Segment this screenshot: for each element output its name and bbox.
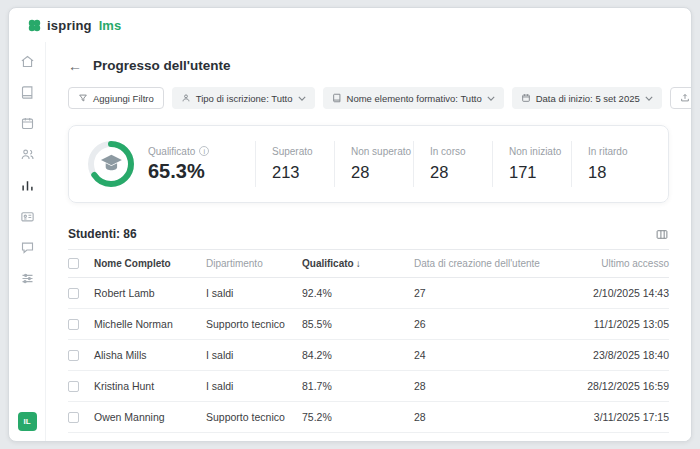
students-table: Nome Completo Dipartimento Qualificato↓ … <box>68 249 669 433</box>
chat-icon <box>20 240 35 255</box>
stat-item: Superato 213 <box>255 141 334 187</box>
select-all-cell <box>68 250 94 278</box>
topbar: ispringlms <box>9 8 691 42</box>
table-row[interactable]: Michelle Norman Supporto tecnico 85.5% 2… <box>68 309 669 340</box>
stat-label: Superato <box>272 146 334 157</box>
select-all-checkbox[interactable] <box>68 258 79 269</box>
row-checkbox[interactable] <box>68 412 79 423</box>
cell-qualified: 81.7% <box>302 371 414 402</box>
filter-icon <box>78 93 88 103</box>
sidebar: IL <box>9 42 46 441</box>
users-icon <box>20 147 35 162</box>
sidebar-item-courses[interactable] <box>17 83 37 101</box>
cell-last-access: 23/8/2025 18:40 <box>572 340 669 371</box>
sidebar-item-settings[interactable] <box>17 269 37 287</box>
column-header-department[interactable]: Dipartimento <box>206 250 302 278</box>
back-button[interactable]: ← <box>68 59 82 73</box>
cell-name: Kristina Hunt <box>94 371 206 402</box>
stat-label: In ritardo <box>588 146 650 157</box>
export-button[interactable]: Esporta <box>670 87 692 109</box>
filter-chip-label: Nome elemento formativo: Tutto <box>347 93 482 104</box>
cell-name: Robert Lamb <box>94 278 206 309</box>
cell-created: 28 <box>414 371 572 402</box>
sidebar-item-home[interactable] <box>17 52 37 70</box>
row-checkbox-cell <box>68 309 94 340</box>
bar-chart-icon <box>20 178 35 193</box>
cell-department: Supporto tecnico <box>206 309 302 340</box>
sidebar-item-calendar[interactable] <box>17 114 37 132</box>
cell-department: I saldi <box>206 371 302 402</box>
cell-last-access: 11/1/2025 13:05 <box>572 309 669 340</box>
stat-item: Non superato 28 <box>334 141 413 187</box>
qualified-value: 65.3% <box>148 160 209 183</box>
filter-chip-start-date[interactable]: Data di inizio: 5 set 2025 <box>512 87 662 109</box>
brand-name: ispring <box>47 18 92 33</box>
students-header: Studenti: 86 <box>68 227 669 241</box>
toolbar-right: Esporta ⋯ <box>670 87 692 109</box>
sidebar-item-certificates[interactable] <box>17 207 37 225</box>
add-filter-label: Aggiungi Filtro <box>93 93 154 104</box>
qualified-label: Qualificato <box>148 146 195 157</box>
chevron-down-icon <box>298 96 306 101</box>
filter-chip-course[interactable]: Nome elemento formativo: Tutto <box>323 87 504 109</box>
id-card-icon <box>20 209 35 224</box>
avatar[interactable]: IL <box>18 412 37 431</box>
table-row[interactable]: Kristina Hunt I saldi 81.7% 28 28/12/202… <box>68 371 669 402</box>
export-icon <box>680 93 690 103</box>
column-header-last-access[interactable]: Ultimo accesso <box>572 250 669 278</box>
ispring-logo-icon <box>27 18 42 33</box>
cell-department: I saldi <box>206 340 302 371</box>
summary-card: Qualificatoi 65.3% Superato 213 Non supe… <box>68 125 669 203</box>
row-checkbox-cell <box>68 402 94 433</box>
column-header-qualified[interactable]: Qualificato↓ <box>302 250 414 278</box>
add-filter-button[interactable]: Aggiungi Filtro <box>68 87 164 109</box>
stat-item: In corso 28 <box>413 141 492 187</box>
cell-last-access: 2/10/2025 14:43 <box>572 278 669 309</box>
stat-value: 171 <box>509 163 571 182</box>
row-checkbox[interactable] <box>68 381 79 392</box>
table-row[interactable]: Alisha Mills I saldi 84.2% 24 23/8/2025 … <box>68 340 669 371</box>
stat-label: Non superato <box>351 146 413 157</box>
cell-last-access: 28/12/2025 16:59 <box>572 371 669 402</box>
chevron-down-icon <box>487 96 495 101</box>
calendar-icon <box>20 116 35 131</box>
stat-value: 28 <box>351 163 413 182</box>
ispring-logo[interactable]: ispringlms <box>27 18 121 33</box>
column-header-created[interactable]: Data di creazione dell'utente <box>414 250 572 278</box>
sidebar-item-users[interactable] <box>17 145 37 163</box>
filter-chip-enrollment[interactable]: Tipo di iscrizione: Tutto <box>172 87 315 109</box>
row-checkbox[interactable] <box>68 350 79 361</box>
sidebar-item-reports[interactable] <box>17 176 37 194</box>
cell-department: Supporto tecnico <box>206 402 302 433</box>
students-count: Studenti: 86 <box>68 227 137 241</box>
cell-qualified: 92.4% <box>302 278 414 309</box>
row-checkbox-cell <box>68 371 94 402</box>
table-row[interactable]: Owen Manning Supporto tecnico 75.2% 28 3… <box>68 402 669 433</box>
graduation-cap-icon <box>101 155 122 170</box>
cell-name: Michelle Norman <box>94 309 206 340</box>
column-header-name[interactable]: Nome Completo <box>94 250 206 278</box>
cell-created: 26 <box>414 309 572 340</box>
row-checkbox[interactable] <box>68 319 79 330</box>
row-checkbox[interactable] <box>68 288 79 299</box>
cell-created: 28 <box>414 402 572 433</box>
stat-value: 18 <box>588 163 650 182</box>
sidebar-item-messages[interactable] <box>17 238 37 256</box>
stat-value: 213 <box>272 163 334 182</box>
cell-name: Owen Manning <box>94 402 206 433</box>
column-settings-button[interactable] <box>655 228 669 241</box>
page-header: ← Progresso dell'utente <box>68 58 669 73</box>
filter-toolbar: Aggiungi Filtro Tipo di iscrizione: Tutt… <box>68 87 669 109</box>
cell-last-access: 3/11/2025 17:15 <box>572 402 669 433</box>
table-row[interactable]: Robert Lamb I saldi 92.4% 27 2/10/2025 1… <box>68 278 669 309</box>
enrollment-icon <box>181 93 191 103</box>
arrow-left-icon: ← <box>68 58 82 74</box>
stat-item: In ritardo 18 <box>571 141 650 187</box>
row-checkbox-cell <box>68 278 94 309</box>
cell-qualified: 84.2% <box>302 340 414 371</box>
calendar-icon <box>521 93 531 103</box>
columns-icon <box>655 228 669 241</box>
info-icon[interactable]: i <box>199 146 209 156</box>
page-title: Progresso dell'utente <box>93 58 231 73</box>
app-window: ispringlms IL ← P <box>8 7 692 442</box>
